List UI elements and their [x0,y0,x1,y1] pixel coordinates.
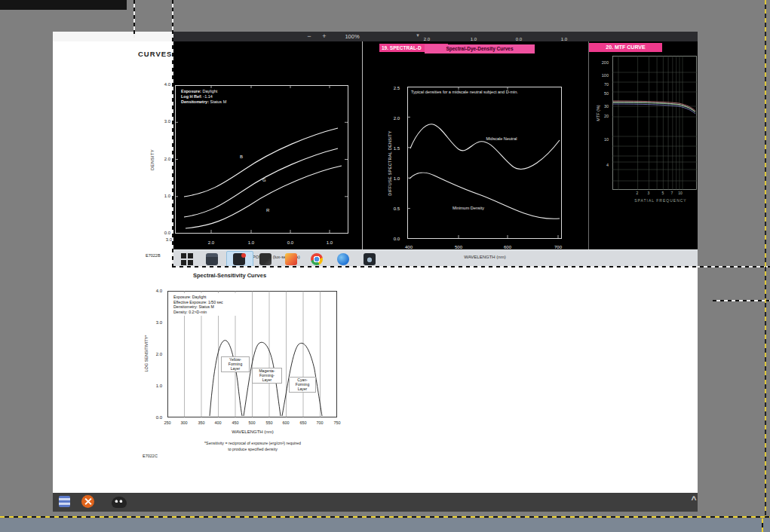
layer-boundary-vertical-stub [762,518,763,532]
mtf-chart [612,56,697,190]
inverted-region: LOG EXPOSURE (lux-seconds) 19. SPECTRAL-… [173,41,698,249]
mtf-x-tick: 3 [644,191,653,195]
layer-boundary-vertical [765,0,766,517]
selection-edge-vertical [172,0,173,268]
mtf-plot [612,56,697,190]
viewer-toolbar-light [53,32,173,41]
gimp-canvas: − + 100% ▾ CURVES 4.0 3.0 2.0 1.0 0.0 DE… [0,0,770,532]
zoom-out-button[interactable]: − [305,32,314,40]
midscale-neutral-path [410,124,560,170]
yellow-layer-label: Yellow-FormingLayer [221,356,250,372]
dye-y-tick: 0.5 [388,206,400,211]
minimum-density-path [410,173,560,219]
curve-r-path [186,166,342,228]
windows-start-icon[interactable] [181,253,193,265]
dye-y-tick: 2.0 [388,116,400,121]
search-highlight-badge: Spectral-Dye-Density Curves [425,44,535,54]
tray-expand-caret[interactable]: ^ [689,494,698,505]
char-info-block: Exposure: Daylight Log H Ref: -1.14 Dens… [181,89,226,105]
mtf-y-axis-label: MTF (%) [596,102,602,124]
sens-x-tick: 300 [176,420,192,425]
curve-label-b: B [240,154,243,159]
selection-edge-vertical [133,0,135,38]
sens-x-tick: 600 [278,420,293,425]
prev-chart-x-tick: 1.0 [557,37,571,41]
sens-x-tick: 650 [296,420,311,425]
host-taskbar: ^ [53,493,698,512]
mtf-y-tick: 4 [594,163,609,167]
char-info-line: Log H Ref: -1.14 [181,94,226,99]
dye-y-tick: 0.0 [388,237,400,241]
notification-badge [241,253,246,258]
selection-edge-horizontal [713,300,770,301]
layer-boundary-horizontal [0,516,770,518]
cyan-layer-label: Cyan-FormingLayer [289,377,316,393]
yellow-layer-path [210,341,242,416]
zoom-in-button[interactable]: + [320,32,329,40]
midscale-neutral-label: Midscale Neutral [475,136,528,141]
char-y-tick: 2.0 [155,157,170,161]
zoom-level-value: 100% [338,33,367,40]
char-y-axis-label: DENSITY [150,147,156,173]
mtf-y-tick: 70 [594,82,609,87]
sensitivity-chart-title: Spectral-Sensitivity Curves [193,272,266,279]
sens-footnote-1: *Sensitivity = reciprocal of exposure (e… [181,441,324,445]
char-y-tick: 4.0 [155,82,170,87]
figure-code: E7022C [143,454,158,458]
mtf-y-tick: 200 [594,60,609,65]
sens-x-tick: 500 [244,420,259,425]
sens-x-tick: 750 [330,420,345,425]
bottom-strip [0,518,770,532]
dye-density-plot [407,87,562,239]
prev-chart-x-tick: 0.0 [512,37,526,41]
characteristic-curve-plot [175,85,348,234]
gimp-wilber-icon[interactable] [112,497,127,508]
curve-label-g: G [262,178,266,182]
sens-y-tick: 0.0 [150,415,162,420]
file-explorer-icon[interactable] [206,253,218,265]
sens-info-line: Density: 0.2>D-min [173,310,248,315]
minimum-density-label: Minimum Density [442,206,495,210]
mtf-y-tick: 50 [594,91,609,96]
sens-y-tick: 1.0 [150,384,162,388]
mtf-section-badge: 20. MTF CURVE [589,43,662,52]
char-y-tick: 1.0 [155,194,170,198]
titlebar-fragment [0,0,127,10]
sens-x-tick: 550 [262,420,277,425]
column-divider [588,41,589,249]
char-y-tick: 3.0 [155,119,170,124]
char-info-line: Densitometry: Status M [181,99,226,105]
sens-x-axis-label: WAVELENGTH (nm) [213,430,292,434]
sens-x-tick: 250 [160,420,175,425]
chrome-browser-icon[interactable] [311,253,323,265]
grid-app-icon[interactable] [59,496,70,507]
error-badge-icon[interactable] [81,495,94,508]
dye-y-axis-label: DIFFUSE SPECTRAL DENSITY [388,130,393,197]
sens-y-tick: 4.0 [150,289,162,293]
mtf-y-tick: 10 [594,137,609,142]
blue-browser-icon[interactable] [337,253,349,265]
char-info-line: Exposure: Daylight [181,89,226,94]
dark-app-icon[interactable] [259,253,271,265]
characteristic-curve-chart [175,85,348,234]
figure-code: E7022B [146,253,161,258]
sens-y-tick: 3.0 [150,320,162,325]
dye-y-tick: 2.5 [388,86,400,90]
prev-chart-x-tick: 2.0 [420,37,434,41]
sens-y-tick: 2.0 [150,352,162,356]
sens-x-tick: 700 [312,420,327,425]
dye-density-chart [407,87,562,239]
sens-y-axis-label: LOG SENSITIVITY* [144,330,150,377]
column-divider [362,41,363,249]
mtf-y-tick: 100 [594,73,609,78]
section-heading: CURVES [138,50,172,58]
photos-app-icon[interactable] [285,253,297,265]
viewer-toolbar [173,32,698,41]
mtf-x-tick: 5 [658,191,667,195]
char-x-tick: 2.0 [204,240,218,245]
curve-b-path [184,128,338,197]
screenshot-tool-icon[interactable] [364,253,376,265]
char-y-tick: 0.0 [155,231,170,235]
mtf-x-tick: 2 [633,191,642,195]
sens-x-tick: 450 [228,420,243,425]
